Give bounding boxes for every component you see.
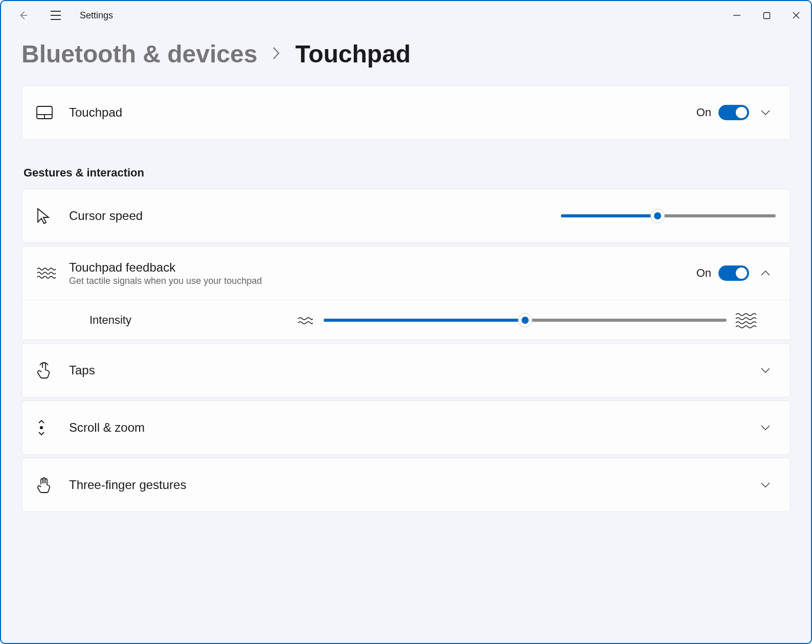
feedback-card: Touchpad feedback Get tactile signals wh… (21, 246, 791, 340)
chevron-up-icon (760, 270, 771, 276)
chevron-down-icon (760, 482, 771, 488)
scroll-zoom-row[interactable]: Scroll & zoom (22, 401, 790, 454)
arrow-left-icon (17, 10, 29, 21)
feedback-row[interactable]: Touchpad feedback Get tactile signals wh… (22, 247, 790, 300)
content-area: Bluetooth & devices Touchpad T (1, 30, 811, 643)
back-button[interactable] (11, 4, 35, 27)
maximize-button[interactable] (752, 4, 781, 27)
hand-icon (36, 476, 53, 494)
touchpad-toggle-state: On (696, 106, 711, 119)
titlebar: Settings (1, 1, 811, 30)
breadcrumb: Bluetooth & devices Touchpad (21, 40, 791, 68)
intensity-high-icon (735, 312, 757, 329)
feedback-label: Touchpad feedback (69, 260, 262, 275)
collapse-feedback[interactable] (755, 270, 776, 276)
expand-three-finger[interactable] (755, 482, 776, 488)
touchpad-toggle[interactable] (718, 105, 749, 120)
haptic-icon (36, 266, 57, 280)
three-finger-row[interactable]: Three-finger gestures (22, 458, 790, 512)
scroll-icon (36, 419, 47, 436)
three-finger-label: Three-finger gestures (69, 478, 186, 492)
chevron-down-icon (760, 367, 771, 373)
maximize-icon (763, 12, 771, 19)
taps-label: Taps (69, 363, 95, 377)
touchpad-row[interactable]: Touchpad On (22, 86, 790, 139)
cursor-speed-label: Cursor speed (69, 209, 143, 223)
feedback-toggle[interactable] (718, 265, 749, 281)
app-title: Settings (80, 10, 113, 21)
chevron-down-icon (760, 109, 771, 116)
cursor-icon (36, 208, 51, 224)
feedback-sublabel: Get tactile signals when you use your to… (69, 276, 262, 286)
scroll-zoom-label: Scroll & zoom (69, 420, 145, 435)
close-icon (792, 11, 800, 19)
breadcrumb-current: Touchpad (295, 40, 411, 68)
svg-rect-4 (763, 12, 770, 18)
cursor-speed-row: Cursor speed (22, 189, 790, 242)
taps-row[interactable]: Taps (22, 344, 790, 397)
settings-window: Settings Bluetooth & devices (0, 0, 812, 644)
scroll-zoom-card: Scroll & zoom (21, 401, 791, 455)
touchpad-label: Touchpad (69, 105, 122, 120)
minimize-button[interactable] (722, 4, 752, 27)
breadcrumb-parent[interactable]: Bluetooth & devices (21, 40, 257, 68)
minimize-icon (733, 11, 741, 19)
cursor-speed-card: Cursor speed (21, 189, 791, 243)
section-gestures-header: Gestures & interaction (24, 166, 791, 180)
hamburger-icon (50, 11, 61, 20)
chevron-right-icon (270, 45, 282, 64)
feedback-toggle-state: On (696, 267, 711, 280)
intensity-slider[interactable] (324, 313, 727, 327)
cursor-speed-slider[interactable] (561, 209, 776, 223)
intensity-low-icon (295, 313, 315, 328)
chevron-down-icon (760, 425, 771, 431)
touchpad-card: Touchpad On (21, 85, 791, 140)
expand-scroll-zoom[interactable] (755, 425, 776, 431)
three-finger-card: Three-finger gestures (21, 458, 791, 512)
svg-point-10 (40, 427, 42, 429)
intensity-label: Intensity (89, 314, 131, 327)
tap-icon (36, 362, 52, 379)
expand-taps[interactable] (755, 367, 776, 373)
close-button[interactable] (781, 4, 811, 27)
touchpad-icon (36, 106, 53, 119)
intensity-row: Intensity (22, 300, 790, 340)
nav-menu-button[interactable] (44, 4, 67, 27)
expand-touchpad[interactable] (755, 109, 776, 116)
taps-card: Taps (21, 343, 791, 397)
